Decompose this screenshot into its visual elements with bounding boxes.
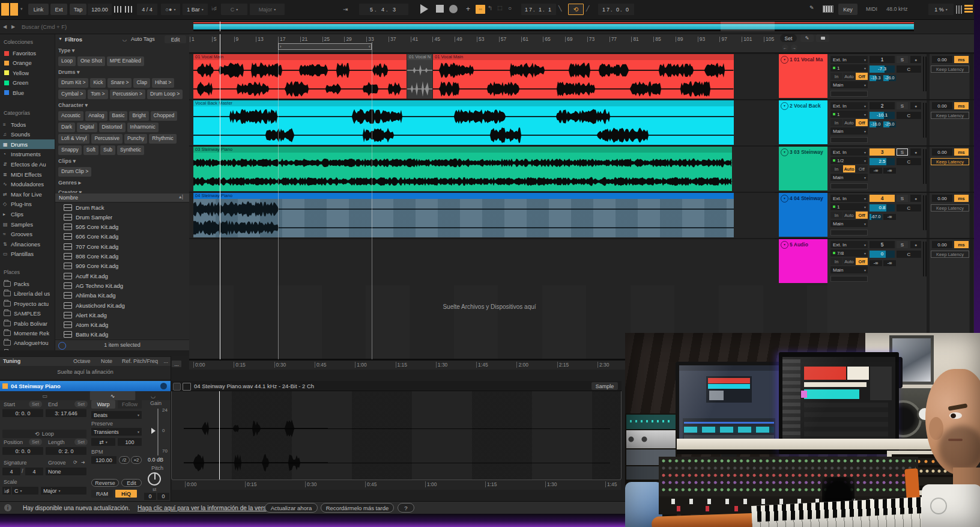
seg-bpm-field[interactable]: 120.00 <box>91 456 116 464</box>
track-delay-field[interactable]: 0.00 <box>932 195 952 202</box>
list-item[interactable]: Akustichord Kit.adg <box>55 300 189 310</box>
track-fold-icon[interactable]: ▾ <box>781 241 788 249</box>
length-value-field[interactable]: 0: 2. 0 <box>46 447 86 455</box>
arrangement-overview[interactable] <box>193 22 914 31</box>
end-set-button[interactable]: Set <box>74 401 88 407</box>
filter-chip[interactable]: Punchy <box>124 134 147 144</box>
filter-chip[interactable]: Basic <box>109 111 128 121</box>
scale-root-select[interactable]: C <box>12 487 38 495</box>
sidebar-item-todos[interactable]: ≡Todos <box>0 120 55 129</box>
track-header-name[interactable]: ▾3 03 Steinway <box>779 147 827 190</box>
collection-item-yellow[interactable]: Yellow <box>0 69 55 78</box>
filter-chip[interactable]: One Shot <box>77 56 105 66</box>
start-set-button[interactable]: Set <box>29 401 42 407</box>
filter-chip[interactable]: Hihat > <box>152 78 174 88</box>
ruler-more-button[interactable]: ... <box>172 361 181 367</box>
help-button[interactable]: ? <box>398 503 414 513</box>
collection-item-orange[interactable]: Orange <box>0 58 55 67</box>
track-fold-icon[interactable]: ▾ <box>781 102 788 110</box>
key-scale-select[interactable]: Major <box>250 4 285 15</box>
list-item[interactable]: 606 Core Kit.adg <box>55 232 189 242</box>
reverse-button[interactable]: Reverse <box>91 479 119 487</box>
arrangement-clip[interactable]: 04 Steinway Piano <box>193 193 734 237</box>
update-now-button[interactable]: Actualizar ahora <box>265 503 318 513</box>
volume-field[interactable]: -10.1 <box>870 112 895 119</box>
monitor-option-auto[interactable]: Auto <box>843 212 855 219</box>
sidebar-item-plantillas[interactable]: ▭Plantillas <box>0 249 55 259</box>
monitor-option-off[interactable]: Off <box>856 258 868 265</box>
keep-latency-button[interactable]: Keep Latency <box>931 204 969 212</box>
solo-button[interactable]: S <box>897 195 908 202</box>
list-item[interactable]: Ahlimba Kit.adg <box>55 291 189 300</box>
arrangement-clip[interactable]: Vocal Back Master <box>193 100 734 145</box>
edit-tags-button[interactable]: Edit <box>165 35 186 43</box>
track-output-select[interactable]: Main▾ <box>830 220 868 227</box>
filter-chip[interactable]: Kick <box>90 78 106 88</box>
track-header-name[interactable]: ▾4 04 Steinway <box>779 193 827 237</box>
stop-button[interactable] <box>436 5 444 13</box>
solo-button[interactable]: S <box>897 102 908 109</box>
sample-waveform-area[interactable] <box>171 391 622 480</box>
position-value-field[interactable]: 0: 0. 0 <box>2 447 43 455</box>
loop-switch-button[interactable]: ⟲ <box>568 4 584 15</box>
place-item-proyecto-actu[interactable]: Proyecto actu <box>0 299 55 308</box>
monitor-option-auto[interactable]: Auto <box>843 119 855 126</box>
track-monitor-switch[interactable]: InAutoOff <box>830 119 868 126</box>
sidebar-item-clips[interactable]: ▸Clips <box>0 209 55 219</box>
key-map-button[interactable]: Key <box>838 4 858 15</box>
ext-button[interactable]: Ext <box>50 4 67 15</box>
browser-back-icon[interactable]: ◀ <box>3 24 7 29</box>
tuning-note-label[interactable]: Note <box>101 358 112 364</box>
sidebar-item-instruments[interactable]: ◔Instruments <box>0 150 55 159</box>
place-item-momente-rek[interactable]: Momente Rek <box>0 329 55 338</box>
transient-loop-mode[interactable]: ⇄ <box>91 438 115 446</box>
filter-chip[interactable]: Soft <box>83 145 98 155</box>
track-input-channel-select[interactable]: 1▾ <box>830 64 868 72</box>
filter-chip[interactable]: Drum Clip > <box>58 167 91 177</box>
follow-playhead-icon[interactable]: ⇥ <box>343 6 348 13</box>
place-item-analoguehou[interactable]: AnalogueHou <box>0 338 55 347</box>
tuning-more-button[interactable]: ... <box>163 358 168 364</box>
scale-flat-sharp-toggle[interactable]: ♭♯ <box>2 487 11 495</box>
tuning-ref-label[interactable]: Ref. Pitch/Freq <box>122 358 158 364</box>
monitor-option-off[interactable]: Off <box>856 165 868 172</box>
list-item[interactable]: Drum Sampler <box>55 212 189 222</box>
filter-chip[interactable]: Drum Loop > <box>147 90 183 99</box>
filter-chip[interactable]: Inharmonic <box>127 123 159 132</box>
send-field[interactable]: -∞ <box>883 260 896 266</box>
track-delay-unit-badge[interactable]: ms <box>954 56 969 63</box>
arrangement-position-field[interactable]: 5. 4. 3 <box>359 4 408 15</box>
solo-button[interactable]: S <box>897 148 908 156</box>
collection-item-green[interactable]: Green <box>0 78 55 87</box>
groove-select[interactable]: None <box>46 468 86 475</box>
browser-forward-icon[interactable]: ▶ <box>11 24 15 29</box>
list-item[interactable]: Alert Kit.adg <box>55 310 189 320</box>
track-input-route-select[interactable]: Ext. In▾ <box>830 148 868 156</box>
nudge-back-button[interactable]: ← <box>782 44 788 51</box>
track-fold-icon[interactable]: ▾ <box>781 148 788 156</box>
monitor-option-auto[interactable]: Auto <box>843 73 855 80</box>
sidebar-item-grooves[interactable]: ≈Grooves <box>0 230 55 239</box>
track-header-name[interactable]: ▾1 01 Vocal Ma <box>779 54 827 98</box>
ruler-lock-button[interactable] <box>816 34 829 42</box>
track-output-select[interactable]: Main▾ <box>830 81 868 88</box>
filter-chip[interactable]: Drum Kit > <box>58 78 88 88</box>
loop-brace[interactable]: ›‹ <box>278 43 372 50</box>
update-link[interactable]: Haga clic aquí para ver la información d… <box>138 505 276 511</box>
track-monitor-switch[interactable]: InAutoOff <box>830 73 868 80</box>
collection-item-blue[interactable]: Blue <box>0 88 55 97</box>
pitch-knob[interactable] <box>148 472 161 486</box>
filter-chip[interactable]: Digital <box>77 123 97 132</box>
position-set-button[interactable]: Set <box>29 439 42 445</box>
track-input-route-select[interactable]: Ext. In▾ <box>830 241 868 248</box>
signature-numerator-field[interactable]: 4 <box>2 468 20 475</box>
pitch-cent-field[interactable]: 0 <box>157 493 169 500</box>
track-delay-field[interactable]: 0.00 <box>932 148 952 156</box>
punch-out-icon[interactable]: ╱ <box>586 5 589 11</box>
arm-button[interactable]: ● <box>910 56 921 63</box>
clip-color-swatch[interactable] <box>2 383 8 389</box>
filter-chip[interactable]: Chopped <box>151 111 178 121</box>
arrangement-clip[interactable]: 01 Vocal Main <box>433 54 734 99</box>
overview-view-box[interactable] <box>721 22 775 31</box>
send-field[interactable]: -∞ <box>883 214 896 220</box>
